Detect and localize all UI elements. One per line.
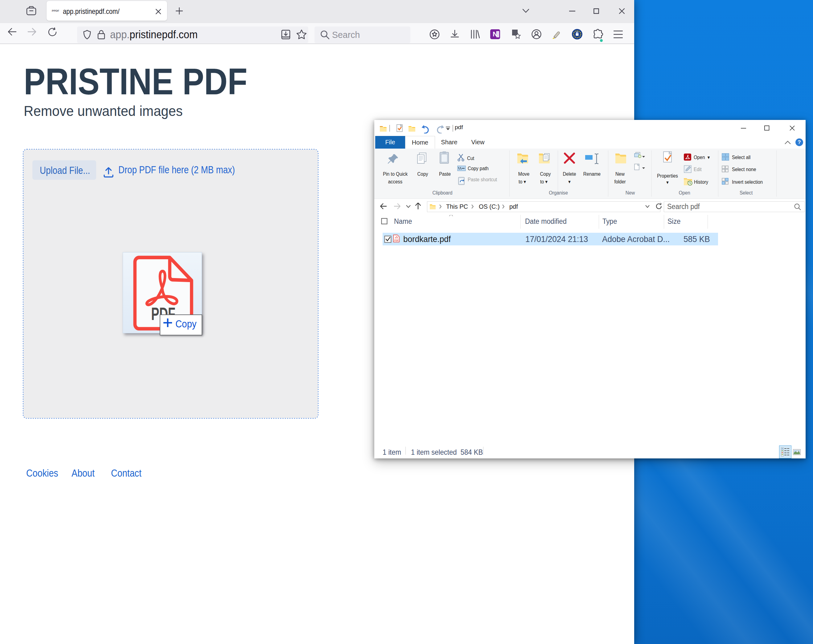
- svg-text:PDF: PDF: [394, 239, 399, 241]
